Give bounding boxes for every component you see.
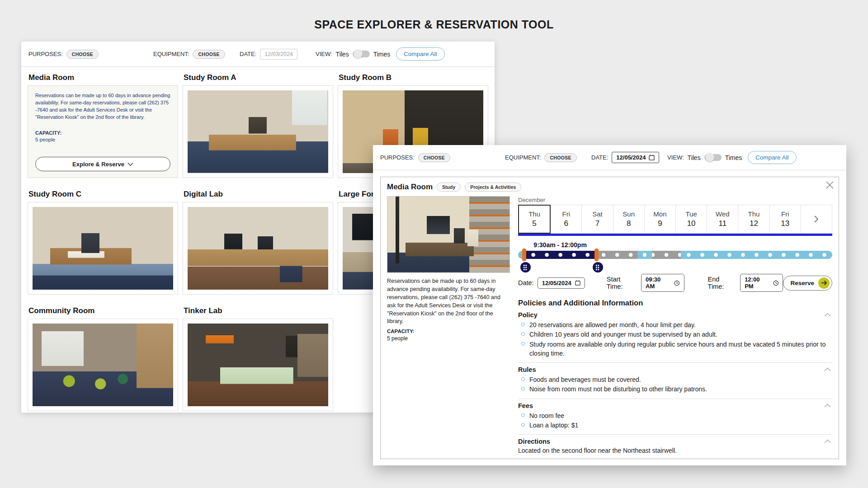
purposes-filter: PURPOSES: CHOOSE [380,153,505,162]
space-explorer-app: SPACE EXPLORER & RESERVATION TOOL PURPOS… [0,0,868,488]
day-cell[interactable]: Fri13 [769,205,801,234]
room-tile-study-room-a: Study Room A [183,73,333,178]
room-title: Media Room [28,73,178,82]
list-item: Foods and beverages must be covered. [518,375,832,384]
track-selected-segment [524,251,597,259]
arrow-right-icon [821,280,827,286]
room-title: Study Room A [184,73,333,82]
day-number: 12 [750,219,758,228]
capacity-label: CAPACITY: [35,130,170,136]
collapse-chevron-up-icon[interactable] [824,403,831,408]
view-toggle[interactable] [704,154,722,161]
room-card[interactable] [183,85,333,178]
view-toggle[interactable] [353,51,370,57]
day-number: 11 [718,219,726,228]
date-input[interactable]: 12/05/2024 [612,152,659,163]
purposes-filter: PURPOSES: CHOOSE [28,50,153,59]
next-days-button[interactable] [801,205,832,234]
day-name: Tue [685,210,697,218]
day-picker-strip: Thu5 Fri6 Sat7 Sun8 Mon9 Tue10 Wed11 Thu… [518,205,832,234]
explorer-toolbar: PURPOSES: CHOOSE EQUIPMENT: CHOOSE DATE:… [21,42,495,67]
media-room-detail-card: Media Room Study Projects & Activities R… [380,177,839,459]
day-cell[interactable]: Tue10 [675,205,707,234]
room-title: Media Room [387,183,433,192]
toggle-knob-icon [705,153,714,162]
list-item-text: Foods and beverages must be covered. [529,375,641,384]
day-number: 9 [658,219,662,228]
policy-section: Policy 20 reservations are allowed per m… [518,308,832,363]
compare-all-button[interactable]: Compare All [396,47,445,61]
view-switch: VIEW: Tiles Times [316,51,396,58]
room-card[interactable] [28,319,178,411]
room-tile-study-room-c: Study Room C [28,190,178,295]
day-cell[interactable]: Thu12 [738,205,769,234]
start-drag-knob[interactable] [520,262,531,272]
compare-all-button[interactable]: Compare All [748,151,797,164]
close-icon[interactable] [826,181,834,189]
purposes-choose-button[interactable]: CHOOSE [66,50,99,59]
end-time-input[interactable]: 12:00 PM [740,274,783,292]
room-title: Study Room C [28,190,178,199]
collapse-chevron-up-icon[interactable] [824,367,831,372]
booking-date-input[interactable]: 12/05/2024 [538,277,585,289]
day-cell-selected[interactable]: Thu5 [518,205,551,234]
rules-items: Foods and beverages must be covered. Noi… [518,375,832,394]
room-photo [188,90,328,173]
section-title: Policy [518,311,832,319]
day-cell[interactable]: Wed11 [707,205,738,234]
start-time-input[interactable]: 09:30 AM [641,274,684,292]
start-time-value: 09:30 AM [646,276,670,290]
explore-reserve-label: Explore & Reserve [72,161,124,168]
list-item-text: Loan a laptop: $1 [529,421,578,430]
list-item-text: Children 10 years old and younger must b… [529,330,717,339]
policy-items: 20 reservations are allowed per month, 4… [518,320,832,358]
day-cell[interactable]: Mon9 [644,205,676,234]
collapse-chevron-up-icon[interactable] [824,312,831,317]
reserve-button[interactable]: Reserve [783,276,832,291]
section-title: Fees [518,402,832,409]
equipment-filter: EQUIPMENT: CHOOSE [505,153,591,162]
equipment-choose-button[interactable]: CHOOSE [544,153,576,162]
equipment-choose-button[interactable]: CHOOSE [193,50,225,59]
toggle-knob-icon [354,49,363,58]
purposes-label: PURPOSES: [380,154,415,161]
end-time-handle[interactable] [594,249,599,261]
explore-reserve-button[interactable]: Explore & Reserve [35,157,170,171]
list-item: 20 reservations are allowed per month, 4… [518,320,832,329]
detail-header: Media Room Study Projects & Activities [387,183,832,192]
end-drag-knob[interactable] [593,262,603,272]
purposes-choose-button[interactable]: CHOOSE [418,153,450,162]
grip-dots-icon [523,264,528,271]
day-name: Fri [562,210,571,218]
start-time-handle[interactable] [522,249,526,261]
calendar-icon [649,155,655,160]
reserve-arrow-circle [818,277,830,289]
booking-controls: Date: 12/05/2024 Start Time: 09:30 AM [518,274,832,292]
end-time-label: End Time: [708,276,737,290]
day-cell[interactable]: Fri6 [550,205,582,234]
collapse-chevron-up-icon[interactable] [824,439,831,444]
day-cell[interactable]: Sat7 [581,205,613,234]
view-times-label: Times [725,154,742,161]
date-input[interactable]: 12/03/2024 [260,49,297,60]
day-cell[interactable]: Sun8 [613,205,645,234]
room-card[interactable] [28,202,178,295]
bullet-icon [521,332,525,336]
time-slider-track[interactable] [518,251,832,259]
day-name: Thu [748,210,760,218]
day-number: 6 [564,219,568,228]
room-card[interactable] [183,319,333,411]
room-card[interactable] [183,202,333,295]
time-range-label: 9:30am - 12:00pm [533,241,587,249]
track-available-segment [637,251,652,259]
bullet-icon [521,423,525,427]
room-tile-digital-lab: Digital Lab [183,190,333,295]
reserve-label: Reserve [790,280,814,286]
day-number: 7 [595,219,599,228]
list-item-text: 20 reservations are allowed per month, 4… [529,320,696,329]
day-number: 13 [781,219,789,228]
room-title: Digital Lab [184,190,333,199]
room-photo [33,207,173,290]
fees-section: Fees No room fee Loan a laptop: $1 [518,399,832,435]
booking-date-value: 12/05/2024 [542,280,571,286]
